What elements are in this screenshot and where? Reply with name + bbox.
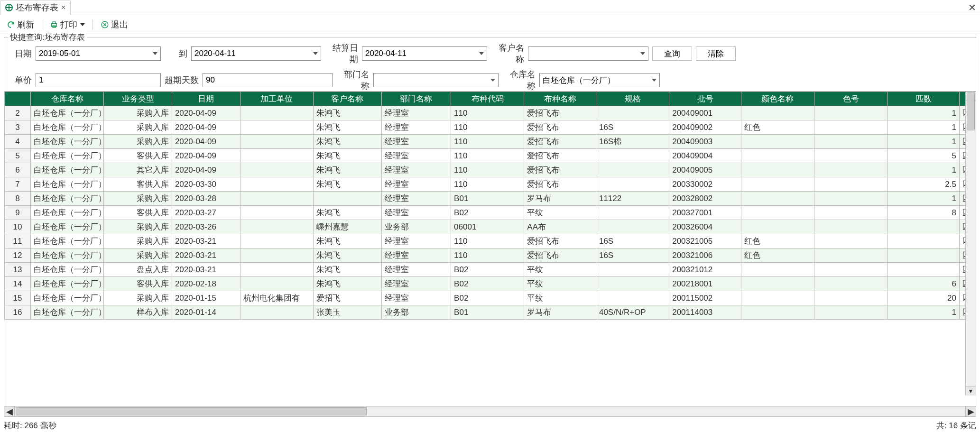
table-cell: 2020-04-09: [172, 163, 240, 177]
table-cell: [741, 163, 814, 177]
table-cell: 其它入库: [104, 163, 172, 177]
chevron-down-icon[interactable]: [648, 74, 659, 87]
table-cell: 爱招飞布: [524, 234, 596, 248]
col-dept[interactable]: 部门名称: [381, 92, 451, 106]
table-cell: 200409003: [669, 135, 741, 149]
scroll-thumb[interactable]: [16, 407, 367, 415]
settle-date-field[interactable]: [362, 47, 475, 60]
chevron-down-icon[interactable]: [309, 47, 321, 60]
chevron-down-icon[interactable]: [487, 74, 498, 87]
table-cell: 1: [888, 106, 960, 120]
col-biztype[interactable]: 业务类型: [104, 92, 172, 106]
table-row[interactable]: 6白坯仓库（一分厂）其它入库2020-04-09朱鸿飞经理室110爱招飞布200…: [5, 163, 976, 177]
query-button[interactable]: 查询: [652, 46, 692, 61]
table-cell: 经理室: [381, 291, 451, 305]
table-row[interactable]: 13白坯仓库（一分厂）盘点入库2020-03-21朱鸿飞经理室B02平纹2003…: [5, 263, 976, 277]
overdue-days-field[interactable]: [203, 74, 332, 87]
clear-button[interactable]: 清除: [696, 46, 736, 61]
table-row[interactable]: 7白坯仓库（一分厂）客供入库2020-03-30朱鸿飞经理室110爱招飞布200…: [5, 177, 976, 192]
scroll-right-arrow[interactable]: ▶: [965, 406, 976, 416]
globe-icon: [5, 4, 13, 11]
table-cell: 200328002: [669, 192, 741, 206]
print-button[interactable]: 打印: [47, 18, 88, 31]
scroll-thumb[interactable]: [967, 92, 975, 130]
col-fabric-name[interactable]: 布种名称: [524, 92, 596, 106]
scroll-down-arrow[interactable]: ▼: [966, 386, 976, 395]
customer-input[interactable]: [528, 46, 648, 61]
table-row[interactable]: 9白坯仓库（一分厂）客供入库2020-03-27朱鸿飞经理室B02平纹20032…: [5, 206, 976, 220]
table-cell: [596, 177, 669, 192]
col-date[interactable]: 日期: [172, 92, 240, 106]
date-to-input[interactable]: [191, 46, 321, 61]
table-cell: [240, 177, 313, 192]
tab-active[interactable]: 坯布寄存表 ×: [0, 0, 71, 15]
unit-price-field[interactable]: [36, 74, 160, 87]
table-cell: [741, 106, 814, 120]
chevron-down-icon[interactable]: [475, 47, 487, 60]
col-process-unit[interactable]: 加工单位: [240, 92, 313, 106]
unit-price-input[interactable]: [36, 73, 161, 87]
table-row[interactable]: 4白坯仓库（一分厂）采购入库2020-04-09朱鸿飞经理室110爱招飞布16S…: [5, 135, 976, 149]
window-close-icon[interactable]: ✕: [968, 2, 976, 13]
col-spec[interactable]: 规格: [596, 92, 669, 106]
table-row[interactable]: 16白坯仓库（一分厂）样布入库2020-01-14张美玉业务部B01罗马布40S…: [5, 305, 976, 320]
col-lot[interactable]: 批号: [669, 92, 741, 106]
table-cell: 200115002: [669, 291, 741, 305]
date-from-field[interactable]: [36, 47, 149, 60]
table-cell: [741, 305, 814, 320]
table-cell: 白坯仓库（一分厂）: [30, 248, 103, 263]
table-cell: 客供入库: [104, 177, 172, 192]
col-fabric-code[interactable]: 布种代码: [451, 92, 524, 106]
toolbar: 刷新 打印 退出: [0, 15, 980, 34]
refresh-button[interactable]: 刷新: [4, 18, 37, 31]
table-cell: [313, 192, 381, 206]
table-cell: 1: [888, 192, 960, 206]
overdue-days-input[interactable]: [203, 73, 333, 87]
table-row[interactable]: 14白坯仓库（一分厂）客供入库2020-02-18朱鸿飞经理室B02平纹2002…: [5, 277, 976, 291]
vertical-scrollbar[interactable]: ▲ ▼: [965, 92, 976, 395]
date-from-input[interactable]: [36, 46, 161, 61]
table-cell: [240, 220, 313, 234]
table-row[interactable]: 3白坯仓库（一分厂）采购入库2020-04-09朱鸿飞经理室110爱招飞布16S…: [5, 120, 976, 135]
date-to-field[interactable]: [192, 47, 309, 60]
table-cell: 爱招飞布: [524, 177, 596, 192]
table-cell: 110: [451, 106, 524, 120]
dept-field[interactable]: [374, 74, 487, 87]
table-cell: 张美玉: [313, 305, 381, 320]
dept-input[interactable]: [373, 73, 499, 87]
scroll-left-arrow[interactable]: ◀: [4, 406, 15, 416]
warehouse-input[interactable]: [539, 73, 660, 87]
table-cell: 业务部: [381, 305, 451, 320]
settle-date-input[interactable]: [362, 46, 487, 61]
table-row[interactable]: 8白坯仓库（一分厂）采购入库2020-03-28经理室B01罗马布1112220…: [5, 192, 976, 206]
col-color-no[interactable]: 色号: [814, 92, 888, 106]
table-cell: 200409001: [669, 106, 741, 120]
exit-button[interactable]: 退出: [98, 18, 131, 31]
table-cell: 白坯仓库（一分厂）: [30, 206, 103, 220]
table-row[interactable]: 10白坯仓库（一分厂）采购入库2020-03-26嵊州嘉慧业务部06001AA布…: [5, 220, 976, 234]
label-to: 到: [165, 48, 187, 59]
col-customer[interactable]: 客户名称: [313, 92, 381, 106]
table-row[interactable]: 2白坯仓库（一分厂）采购入库2020-04-09朱鸿飞经理室110爱招飞布200…: [5, 106, 976, 120]
table-cell: 白坯仓库（一分厂）: [30, 120, 103, 135]
col-rownum[interactable]: [5, 92, 31, 106]
table-row[interactable]: 12白坯仓库（一分厂）采购入库2020-03-21朱鸿飞经理室110爱招飞布16…: [5, 248, 976, 263]
chevron-down-icon[interactable]: [149, 47, 160, 60]
chevron-down-icon[interactable]: [637, 47, 648, 60]
tab-close-icon[interactable]: ×: [61, 3, 65, 12]
table-cell: [596, 149, 669, 163]
table-cell: 16S棉: [596, 135, 669, 149]
table-cell: 110: [451, 163, 524, 177]
col-color-name[interactable]: 颜色名称: [741, 92, 814, 106]
table-cell: 嵊州嘉慧: [313, 220, 381, 234]
table-row[interactable]: 11白坯仓库（一分厂）采购入库2020-03-21朱鸿飞经理室110爱招飞布16…: [5, 234, 976, 248]
header-row: 仓库名称 业务类型 日期 加工单位 客户名称 部门名称 布种代码 布种名称 规格…: [5, 92, 976, 106]
col-qty[interactable]: 匹数: [888, 92, 960, 106]
horizontal-scrollbar[interactable]: ◀ ▶: [4, 406, 976, 417]
customer-field[interactable]: [528, 47, 637, 60]
table-row[interactable]: 5白坯仓库（一分厂）客供入库2020-04-09朱鸿飞经理室110爱招飞布200…: [5, 149, 976, 163]
status-bar: 耗时: 266 毫秒 共: 16 条记: [0, 419, 980, 432]
table-row[interactable]: 15白坯仓库（一分厂）采购入库2020-01-15杭州电化集团有爱招飞经理室B0…: [5, 291, 976, 305]
warehouse-field[interactable]: [540, 74, 648, 87]
col-warehouse[interactable]: 仓库名称: [30, 92, 103, 106]
